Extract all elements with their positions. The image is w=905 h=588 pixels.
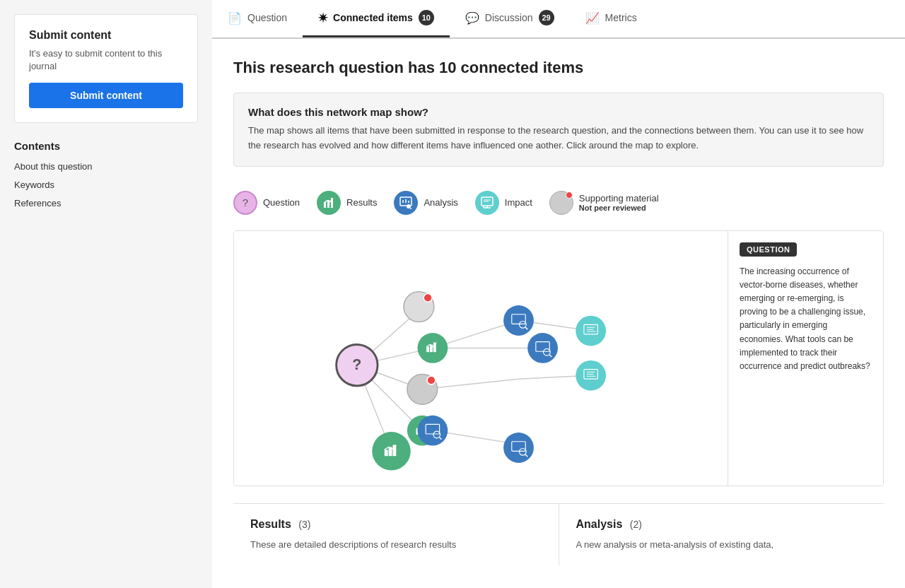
question-text: The increasing occurrence of vector-born… — [740, 265, 872, 374]
contents-section: Contents About this question Keywords Re… — [14, 140, 198, 208]
impact-legend-label: Impact — [505, 197, 532, 208]
tab-question-label: Question — [247, 12, 287, 23]
connected-items-badge: 10 — [419, 10, 434, 25]
bottom-panels: Results (3) These are detailed descripti… — [233, 503, 884, 566]
submit-card: Submit content It's easy to submit conte… — [14, 14, 198, 123]
tab-discussion-label: Discussion — [485, 12, 533, 23]
tab-bar: 📄 Question ✷ Connected items 10 💬 Discus… — [212, 0, 905, 39]
info-box-heading: What does this network map show? — [248, 106, 869, 118]
legend: ? Question Results Analysis — [233, 182, 884, 223]
tab-metrics[interactable]: 📈 Metrics — [570, 0, 653, 37]
legend-supporting: Supporting material Not peer reviewed — [549, 191, 659, 215]
contents-list: About this question Keywords References — [14, 160, 198, 208]
legend-impact: Impact — [475, 191, 532, 215]
main-content: This research question has 10 connected … — [212, 39, 905, 585]
svg-point-67 — [503, 433, 534, 463]
analysis-panel-title: Analysis (2) — [576, 518, 868, 531]
question-legend-label: Question — [263, 197, 300, 208]
discussion-icon: 💬 — [465, 11, 479, 25]
keywords-link[interactable]: Keywords — [14, 180, 54, 190]
question-legend-icon: ? — [233, 191, 257, 215]
analysis-legend-label: Analysis — [424, 197, 457, 208]
supporting-legend-labels: Supporting material Not peer reviewed — [579, 193, 659, 212]
results-count: (3) — [298, 519, 310, 530]
svg-point-49 — [527, 333, 558, 363]
svg-rect-32 — [426, 346, 429, 352]
info-box: What does this network map show? The map… — [233, 93, 884, 167]
analysis-count: (2) — [630, 519, 642, 530]
list-item[interactable]: Keywords — [14, 179, 198, 190]
metrics-icon: 📈 — [585, 11, 600, 25]
question-panel: QUESTION The increasing occurrence of ve… — [728, 231, 883, 486]
tab-connected-items[interactable]: ✷ Connected items 10 — [303, 0, 450, 37]
svg-rect-42 — [385, 449, 388, 456]
tab-metrics-label: Metrics — [605, 12, 637, 23]
results-legend-icon — [317, 191, 341, 215]
contents-heading: Contents — [14, 140, 198, 152]
main-content-area: 📄 Question ✷ Connected items 10 💬 Discus… — [212, 0, 905, 588]
svg-point-36 — [427, 376, 436, 384]
tab-discussion[interactable]: 💬 Discussion 29 — [450, 0, 570, 37]
list-item[interactable]: References — [14, 197, 198, 208]
submit-content-button[interactable]: Submit content — [29, 83, 183, 108]
results-legend-label: Results — [346, 197, 377, 208]
info-box-text: The map shows all items that have been s… — [248, 124, 869, 153]
about-link[interactable]: About this question — [14, 161, 93, 172]
list-item[interactable]: About this question — [14, 160, 198, 172]
svg-point-7 — [407, 204, 411, 208]
supporting-legend-sub: Not peer reviewed — [579, 204, 659, 212]
results-panel-text: These are detailed descriptions of resea… — [250, 538, 542, 552]
analysis-panel-text: A new analysis or meta-analysis of exist… — [576, 538, 868, 552]
svg-point-45 — [503, 305, 534, 336]
svg-point-58 — [576, 360, 606, 391]
discussion-badge: 29 — [539, 10, 554, 25]
results-panel-title: Results (3) — [250, 518, 542, 531]
supporting-legend-icon — [549, 191, 573, 215]
tab-connected-items-label: Connected items — [333, 12, 413, 23]
svg-text:?: ? — [352, 355, 361, 372]
network-icon: ✷ — [318, 11, 327, 25]
svg-point-63 — [417, 415, 448, 445]
submit-card-title: Submit content — [29, 29, 183, 42]
question-tag: QUESTION — [740, 242, 797, 257]
results-panel: Results (3) These are detailed descripti… — [233, 504, 559, 566]
legend-question: ? Question — [233, 191, 300, 215]
references-link[interactable]: References — [14, 198, 61, 208]
svg-line-8 — [411, 208, 412, 209]
doc-icon: 📄 — [228, 11, 242, 25]
tab-question[interactable]: 📄 Question — [212, 0, 303, 37]
legend-results: Results — [317, 191, 377, 215]
submit-card-description: It's easy to submit content to this jour… — [29, 47, 183, 73]
svg-point-53 — [576, 315, 606, 346]
network-map[interactable]: ? — [234, 231, 728, 486]
svg-point-30 — [424, 293, 432, 302]
supporting-legend-label: Supporting material — [579, 193, 659, 204]
analysis-panel: Analysis (2) A new analysis or meta-anal… — [559, 504, 884, 566]
sidebar: Submit content It's easy to submit conte… — [0, 0, 212, 588]
legend-analysis: Analysis — [394, 191, 457, 215]
analysis-legend-icon — [394, 191, 418, 215]
page-title: This research question has 10 connected … — [233, 59, 884, 77]
impact-legend-icon — [475, 191, 499, 215]
network-area: ? — [233, 230, 884, 486]
